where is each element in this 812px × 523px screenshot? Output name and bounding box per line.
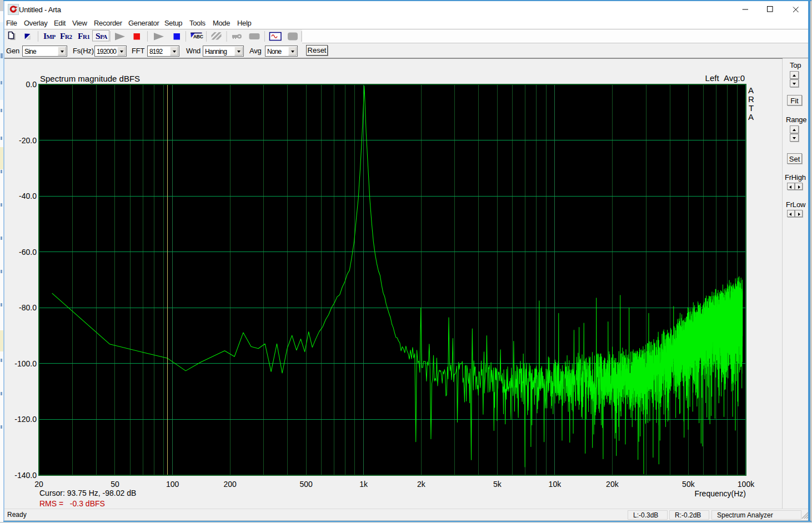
svg-text:100: 100 <box>166 480 179 489</box>
svg-text:A: A <box>748 86 754 95</box>
svg-text:RMS = -0.3 dBFS: RMS = -0.3 dBFS <box>39 499 105 508</box>
svg-text:500: 500 <box>299 480 313 489</box>
svg-text:50k: 50k <box>682 480 695 489</box>
svg-text:20k: 20k <box>606 480 619 489</box>
svg-text:200: 200 <box>223 480 237 489</box>
svg-text:2k: 2k <box>417 480 426 489</box>
svg-text:Cursor: 93.75 Hz, -98.02 dB: Cursor: 93.75 Hz, -98.02 dB <box>39 489 136 497</box>
svg-text:1k: 1k <box>359 480 368 489</box>
svg-text:-100.0: -100.0 <box>14 359 37 368</box>
svg-text:R: R <box>748 94 754 104</box>
svg-text:A: A <box>748 112 754 122</box>
svg-text:-40.0: -40.0 <box>19 192 37 200</box>
svg-text:10k: 10k <box>549 480 562 489</box>
svg-text:Spectrum magnitude dBFS: Spectrum magnitude dBFS <box>40 74 140 83</box>
svg-text:Frequency(Hz): Frequency(Hz) <box>694 489 746 498</box>
svg-text:-80.0: -80.0 <box>19 303 37 312</box>
svg-text:20: 20 <box>34 480 43 489</box>
svg-text:-140.0: -140.0 <box>14 471 37 480</box>
svg-text:100k: 100k <box>738 480 755 489</box>
svg-text:0.0: 0.0 <box>26 80 37 89</box>
svg-text:-60.0: -60.0 <box>19 248 37 257</box>
svg-text:5k: 5k <box>493 480 502 489</box>
svg-text:50: 50 <box>111 480 119 489</box>
svg-text:-120.0: -120.0 <box>14 415 37 424</box>
svg-text:Left Avg:0: Left Avg:0 <box>705 73 745 83</box>
svg-text:T: T <box>749 103 754 113</box>
svg-text:-20.0: -20.0 <box>19 136 37 145</box>
